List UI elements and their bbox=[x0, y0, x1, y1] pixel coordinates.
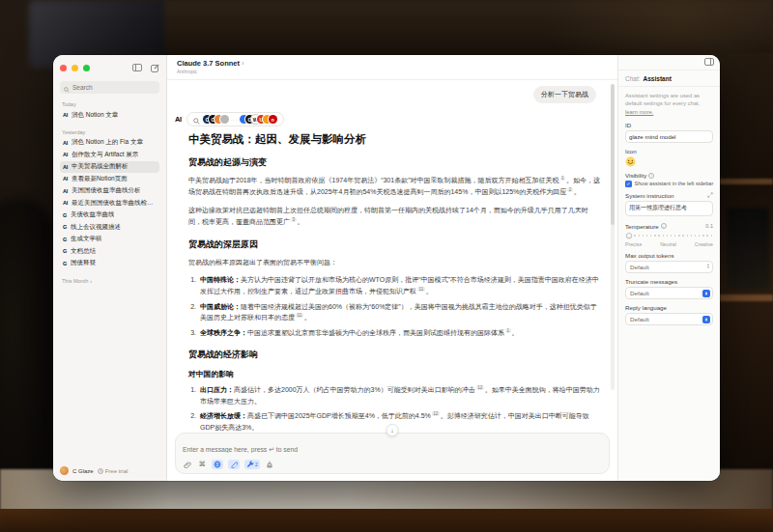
reply-language-value: Default bbox=[630, 316, 649, 322]
model-badge-icon: G bbox=[63, 248, 67, 254]
model-badge-icon: AI bbox=[63, 176, 68, 182]
composer-actions: ⌘ 2 bbox=[183, 460, 602, 469]
search-input-wrap bbox=[60, 81, 159, 94]
citation-badge[interactable]: 12 bbox=[476, 385, 484, 390]
message-paragraph: 这种边缘政策对抗已远超特朗普上次担任总统期间的程度，特朗普第一任期内的关税战持续… bbox=[188, 205, 600, 228]
new-chat-icon[interactable] bbox=[151, 64, 159, 72]
settings-panel: Chat: Assistant Assistant settings are u… bbox=[617, 55, 720, 481]
slider-label-creative: Creative bbox=[695, 241, 713, 247]
tab-chat[interactable]: Chat: bbox=[625, 75, 641, 82]
toggle-sidebar-icon[interactable] bbox=[132, 64, 142, 71]
slider-label-neutral: Neutral bbox=[660, 241, 676, 247]
info-icon[interactable]: i bbox=[661, 223, 667, 229]
max-output-tokens-field[interactable]: Default bbox=[625, 261, 713, 273]
reply-language-select[interactable]: Default bbox=[625, 313, 713, 325]
composer: ⌘ 2 bbox=[167, 433, 617, 481]
tab-assistant[interactable]: Assistant bbox=[644, 75, 672, 82]
id-label: ID bbox=[625, 122, 713, 128]
assistant-id-field[interactable] bbox=[625, 130, 713, 143]
source-favicons: CC····CWUn bbox=[203, 115, 277, 124]
app-window: TodayAI润色 Notion 文章YesterdayAI润色 Notion … bbox=[53, 55, 720, 481]
search-input[interactable] bbox=[72, 84, 150, 91]
shortcuts-icon[interactable]: ⌘ bbox=[197, 460, 207, 469]
zoom-window-button[interactable] bbox=[83, 65, 90, 71]
main-chat-area: Claude 3.7 Sonnet › Anthropic 分析一下贸易战 AI… bbox=[167, 55, 617, 481]
citation-badge[interactable]: 2 bbox=[567, 187, 573, 192]
section-label: Yesterday bbox=[62, 129, 157, 135]
minimize-window-button[interactable] bbox=[72, 65, 78, 71]
citation-badge[interactable]: 11 bbox=[417, 287, 425, 292]
message-paragraph: 中美贸易战始于2018年，当时特朗普政府依据《1974年贸易法》“301条款”对… bbox=[188, 175, 600, 198]
close-window-button[interactable] bbox=[60, 65, 67, 71]
show-assistant-checkbox[interactable]: ✓ bbox=[625, 181, 632, 187]
chat-list-item[interactable]: G文档总结 bbox=[60, 245, 159, 258]
temperature-value: 0.1 bbox=[705, 223, 713, 229]
slider-knob[interactable] bbox=[626, 233, 632, 238]
sidebar: TodayAI润色 Notion 文章YesterdayAI润色 Notion … bbox=[53, 55, 167, 481]
link-icon bbox=[230, 461, 238, 468]
message-input-box[interactable]: ⌘ 2 bbox=[175, 433, 610, 474]
checkbox-label: Show assistant in the left sidebar bbox=[635, 181, 714, 186]
user-avatar[interactable] bbox=[60, 466, 69, 475]
chevron-right-icon: › bbox=[90, 278, 92, 284]
chat-list-item[interactable]: AI美国国债收益率曲线分析 bbox=[60, 185, 159, 198]
web-search-sources-chip[interactable]: CC····CWUn bbox=[186, 112, 284, 126]
clear-context-icon[interactable] bbox=[265, 460, 274, 469]
scrollbar-track[interactable] bbox=[611, 84, 615, 390]
info-icon[interactable]: i bbox=[648, 173, 654, 179]
stepper-icon[interactable] bbox=[707, 264, 709, 268]
slider-label-precise: Precise bbox=[625, 241, 642, 247]
tools-toggle[interactable]: 2 bbox=[244, 460, 260, 469]
scroll-to-bottom-button[interactable]: ↓ bbox=[386, 424, 399, 436]
scrollbar-thumb[interactable] bbox=[611, 84, 615, 225]
globe-icon bbox=[214, 461, 221, 468]
message-heading: 对中国的影响 bbox=[188, 369, 600, 379]
citation-badge[interactable]: 11 bbox=[296, 313, 303, 318]
chat-list-item[interactable]: AI中美贸易战全面解析 bbox=[60, 161, 159, 174]
chat-title: 文档总结 bbox=[71, 247, 96, 256]
chat-list-item[interactable]: G国债释疑 bbox=[60, 258, 159, 270]
temperature-slider[interactable] bbox=[626, 232, 712, 239]
assistant-message: 中美贸易战：起因、发展与影响分析贸易战的起源与演变中美贸易战始于2018年，当时… bbox=[175, 132, 602, 433]
user-name: C Glaze bbox=[72, 468, 94, 474]
chat-title: 润色 Notion 上的 Fia 文章 bbox=[72, 138, 143, 147]
model-badge-icon: AI bbox=[63, 164, 68, 170]
chat-list-item[interactable]: AI润色 Notion 上的 Fia 文章 bbox=[60, 137, 159, 150]
message-heading: 贸易战的起源与演变 bbox=[188, 156, 600, 169]
chat-list-item[interactable]: G生成文学稿 bbox=[60, 234, 159, 246]
model-selector[interactable]: Claude 3.7 Sonnet › bbox=[177, 59, 608, 68]
chat-list-item[interactable]: G美债收益率曲线 bbox=[60, 210, 159, 222]
web-browsing-toggle[interactable] bbox=[212, 460, 223, 469]
source-favicon[interactable] bbox=[220, 115, 229, 124]
citation-badge[interactable]: 1 bbox=[505, 328, 511, 333]
truncate-label: Truncate messages bbox=[625, 278, 713, 285]
chat-list-item[interactable]: AI创作散文与 Artifact 展示 bbox=[60, 149, 159, 161]
model-name: Claude 3.7 Sonnet bbox=[177, 59, 240, 68]
message-input[interactable] bbox=[183, 446, 602, 453]
toggle-right-panel-icon[interactable] bbox=[704, 58, 714, 67]
wrench-icon bbox=[246, 461, 254, 468]
clock-icon bbox=[98, 468, 103, 474]
chat-list-item[interactable]: G线上会议视频描述 bbox=[60, 221, 159, 234]
model-badge-icon: G bbox=[63, 261, 67, 266]
link-toggle[interactable] bbox=[228, 460, 240, 469]
learn-more-link[interactable]: learn more. bbox=[625, 109, 653, 115]
collapsed-section-this-month[interactable]: This Month › bbox=[62, 278, 157, 284]
citation-badge[interactable]: 12 bbox=[432, 411, 440, 416]
citation-badge[interactable]: 1 bbox=[560, 176, 566, 181]
plan-badge[interactable]: Free trial bbox=[98, 468, 129, 474]
truncate-messages-select[interactable]: Default bbox=[625, 287, 713, 299]
citation-badge[interactable]: 3 bbox=[291, 217, 297, 222]
chat-list-item[interactable]: AI最近美国国债收益率曲线检… bbox=[60, 197, 159, 210]
model-badge-icon: G bbox=[63, 224, 67, 230]
expand-icon[interactable] bbox=[707, 192, 713, 199]
source-favicon[interactable]: n bbox=[269, 115, 277, 124]
assistant-emoji-icon[interactable] bbox=[625, 156, 636, 167]
chat-list-item[interactable]: AI润色 Notion 文章 bbox=[60, 109, 159, 122]
chat-title: 润色 Notion 文章 bbox=[72, 111, 118, 120]
system-instruction-field[interactable]: 用第一性原理进行思考 bbox=[625, 201, 713, 216]
attach-icon[interactable] bbox=[183, 460, 192, 469]
chat-title: 最近美国国债收益率曲线检… bbox=[72, 199, 154, 208]
chat-list-item[interactable]: AI查看最新Notion页面 bbox=[60, 173, 159, 185]
message-scroll-area[interactable]: 分析一下贸易战 AI CC····CWUn 中美贸易战：起因、发展与影响分析贸易… bbox=[167, 80, 617, 433]
